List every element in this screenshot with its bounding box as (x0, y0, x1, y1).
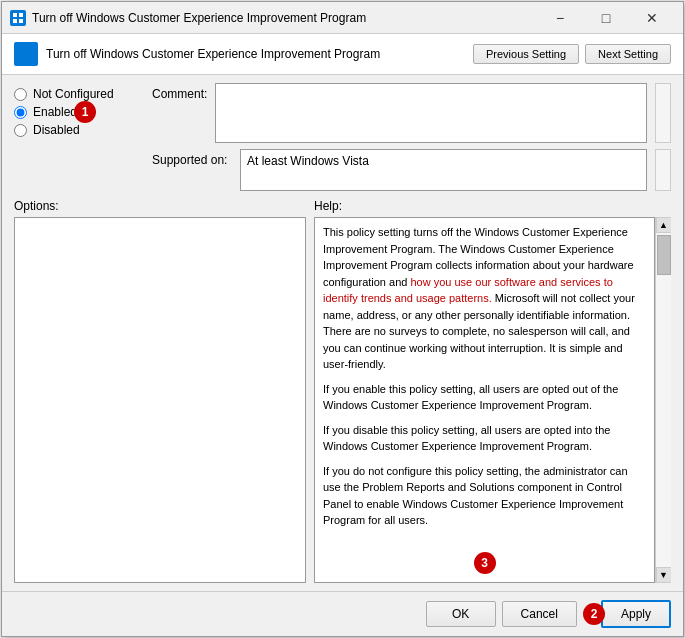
annotation-1: 1 (74, 101, 96, 123)
help-paragraph-2: If you enable this policy setting, all u… (323, 381, 646, 414)
main-window: Turn off Windows Customer Experience Imp… (1, 1, 684, 637)
options-help-labels: Options: Help: (14, 199, 671, 213)
comment-label: Comment: (152, 83, 207, 101)
enabled-label: Enabled (33, 105, 77, 119)
window-title: Turn off Windows Customer Experience Imp… (32, 11, 537, 25)
content-header: Turn off Windows Customer Experience Imp… (2, 34, 683, 75)
cancel-button[interactable]: Cancel (502, 601, 577, 627)
svg-rect-0 (13, 13, 17, 17)
help-label: Help: (314, 199, 671, 213)
svg-rect-3 (19, 19, 23, 23)
comment-textarea[interactable] (215, 83, 647, 143)
title-bar-controls: − □ ✕ (537, 2, 675, 34)
scroll-thumb[interactable] (657, 235, 671, 275)
supported-on-label: Supported on: (152, 149, 232, 167)
not-configured-radio[interactable] (14, 88, 27, 101)
options-label: Options: (14, 199, 314, 213)
main-body: Not Configured Enabled 1 Disabled Commen… (2, 75, 683, 591)
help-panel[interactable]: This policy setting turns off the Window… (314, 217, 655, 583)
previous-setting-button[interactable]: Previous Setting (473, 44, 579, 64)
top-section: Not Configured Enabled 1 Disabled Commen… (14, 83, 671, 191)
help-paragraph-1: This policy setting turns off the Window… (323, 224, 646, 373)
radio-section: Not Configured Enabled 1 Disabled (14, 83, 144, 191)
apply-button[interactable]: Apply (601, 600, 671, 628)
comment-scrollbar[interactable] (655, 83, 671, 143)
scroll-down-arrow[interactable]: ▼ (656, 567, 672, 583)
supported-on-value: At least Windows Vista (240, 149, 647, 191)
annotation-3: 3 (474, 552, 496, 574)
window-icon (10, 10, 26, 26)
help-panel-wrap: This policy setting turns off the Window… (314, 217, 671, 583)
minimize-button[interactable]: − (537, 2, 583, 34)
comment-row: Comment: (152, 83, 671, 143)
footer-buttons-wrap: OK Cancel 2 Apply (426, 600, 671, 628)
not-configured-option[interactable]: Not Configured (14, 87, 144, 101)
help-paragraph-3: If you disable this policy setting, all … (323, 422, 646, 455)
enabled-radio[interactable] (14, 106, 27, 119)
disabled-option[interactable]: Disabled (14, 123, 144, 137)
supported-row: Supported on: At least Windows Vista (152, 149, 671, 191)
footer: OK Cancel 2 Apply (2, 591, 683, 636)
ok-button[interactable]: OK (426, 601, 496, 627)
content-header-title-area: Turn off Windows Customer Experience Imp… (14, 42, 473, 66)
svg-rect-2 (13, 19, 17, 23)
options-help-panels: This policy setting turns off the Window… (14, 217, 671, 583)
right-section: Comment: Supported on: At least Windows … (152, 83, 671, 191)
options-panel (14, 217, 306, 583)
help-paragraph-4: If you do not configure this policy sett… (323, 463, 646, 529)
supported-scrollbar[interactable] (655, 149, 671, 191)
help-highlight: how you use our software and services to… (323, 276, 613, 305)
nav-buttons: Previous Setting Next Setting (473, 44, 671, 64)
disabled-radio[interactable] (14, 124, 27, 137)
title-bar: Turn off Windows Customer Experience Imp… (2, 2, 683, 34)
maximize-button[interactable]: □ (583, 2, 629, 34)
scroll-up-arrow[interactable]: ▲ (656, 217, 672, 233)
disabled-label: Disabled (33, 123, 80, 137)
enabled-option[interactable]: Enabled 1 (14, 105, 144, 119)
content-header-label: Turn off Windows Customer Experience Imp… (46, 47, 380, 61)
scroll-track[interactable] (656, 233, 672, 567)
close-button[interactable]: ✕ (629, 2, 675, 34)
svg-rect-1 (19, 13, 23, 17)
not-configured-label: Not Configured (33, 87, 114, 101)
help-panel-scrollbar[interactable]: ▲ ▼ (655, 217, 671, 583)
policy-icon (14, 42, 38, 66)
next-setting-button[interactable]: Next Setting (585, 44, 671, 64)
